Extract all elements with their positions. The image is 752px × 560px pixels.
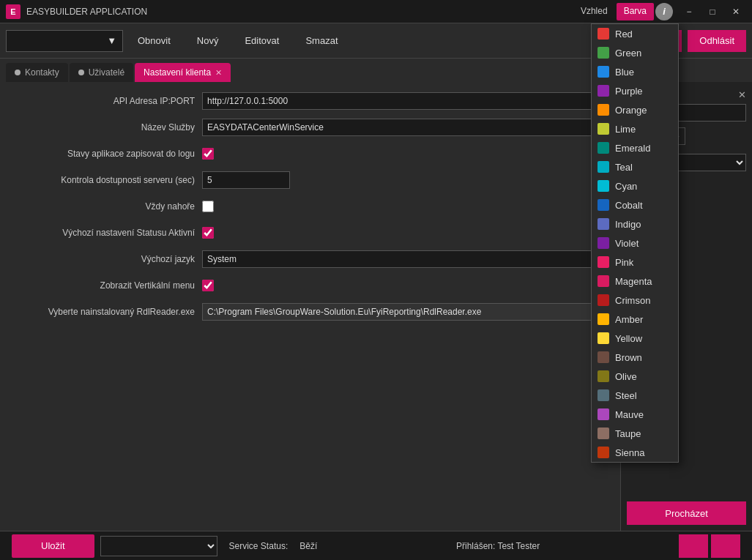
save-button[interactable]: Uložit	[12, 534, 94, 558]
color-swatch-olive	[597, 370, 609, 382]
color-swatch-orange	[597, 104, 609, 116]
color-swatch-blue	[597, 66, 609, 78]
color-item-orange[interactable]: Orange	[592, 100, 678, 119]
browse-button[interactable]: Procházet	[627, 501, 746, 525]
color-item-purple[interactable]: Purple	[592, 81, 678, 100]
label-service: Název Služby	[12, 122, 202, 132]
color-item-green[interactable]: Green	[592, 43, 678, 62]
color-swatch-violet	[597, 237, 609, 249]
tab-users[interactable]: Uživatelé	[70, 63, 133, 82]
delete-button[interactable]: Smazat	[294, 30, 349, 52]
bottom-btn-2[interactable]	[711, 534, 740, 558]
tab-settings[interactable]: Nastavení klienta ✕	[135, 63, 231, 82]
bottom-btn-1[interactable]	[679, 534, 708, 558]
color-swatch-mauve	[597, 408, 609, 420]
label-vert: Zobrazit Vertikální menu	[12, 280, 202, 291]
checkbox-vert[interactable]	[202, 280, 214, 291]
color-label-taupe: Taupe	[615, 428, 641, 439]
close-button[interactable]: ✕	[726, 4, 746, 19]
color-swatch-purple	[597, 85, 609, 97]
label-top: Vždy nahoře	[12, 201, 202, 212]
tab-settings-close[interactable]: ✕	[215, 68, 222, 78]
checkbox-status[interactable]	[202, 227, 214, 239]
form-area: API Adresa IP:PORT Název Služby Stavy ap…	[0, 82, 620, 531]
color-item-pink[interactable]: Pink	[592, 253, 678, 272]
color-item-cobalt[interactable]: Cobalt	[592, 195, 678, 214]
tab-dot-contacts	[15, 70, 21, 75]
label-lang: Výchozí jazyk	[12, 254, 202, 264]
tab-dot-users	[78, 70, 84, 75]
menu-barva[interactable]: Barva	[617, 3, 654, 20]
checkbox-log[interactable]	[202, 148, 214, 160]
refresh-button[interactable]: Obnovit	[126, 30, 182, 52]
color-menu: RedGreenBluePurpleOrangeLimeEmeraldTealC…	[591, 23, 679, 463]
color-item-amber[interactable]: Amber	[592, 310, 678, 329]
color-item-blue[interactable]: Blue	[592, 62, 678, 81]
color-item-lime[interactable]: Lime	[592, 119, 678, 138]
label-api: API Adresa IP:PORT	[12, 96, 202, 106]
toolbar-dropdown[interactable]: ▼	[6, 30, 123, 52]
color-item-crimson[interactable]: Crimson	[592, 291, 678, 310]
tab-contacts[interactable]: Kontakty	[6, 63, 68, 82]
minimize-button[interactable]: −	[679, 4, 699, 19]
color-item-indigo[interactable]: Indigo	[592, 214, 678, 234]
input-lang[interactable]	[202, 250, 608, 268]
color-label-olive: Olive	[615, 371, 637, 382]
input-api[interactable]	[202, 92, 608, 110]
color-label-violet: Violet	[615, 238, 639, 249]
form-row-log: Stavy aplikace zapisovat do logu	[12, 143, 608, 164]
color-swatch-cyan	[597, 180, 609, 192]
color-item-sienna[interactable]: Sienna	[592, 443, 678, 462]
color-item-yellow[interactable]: Yellow	[592, 329, 678, 348]
color-item-taupe[interactable]: Taupe	[592, 424, 678, 443]
color-label-brown: Brown	[615, 352, 642, 363]
dropdown-arrow: ▼	[107, 35, 116, 46]
input-rdl[interactable]	[202, 303, 608, 321]
checkbox-top[interactable]	[202, 201, 214, 212]
color-item-emerald[interactable]: Emerald	[592, 138, 678, 157]
color-swatch-magenta	[597, 275, 609, 287]
maximize-button[interactable]: □	[702, 4, 723, 19]
menu-vzhled[interactable]: Vzhled	[573, 3, 615, 20]
input-service[interactable]	[202, 119, 608, 136]
form-row-vert: Zobrazit Vertikální menu	[12, 275, 608, 296]
color-item-red[interactable]: Red	[592, 24, 678, 43]
edit-button[interactable]: Editovat	[233, 30, 291, 52]
color-item-steel[interactable]: Steel	[592, 386, 678, 405]
color-item-violet[interactable]: Violet	[592, 234, 678, 253]
info-icon[interactable]: i	[655, 3, 673, 20]
logout-button[interactable]: Odhlásit	[688, 30, 746, 52]
input-check[interactable]	[202, 171, 290, 189]
logged-in-text: Přihlášen: Test Tester	[456, 541, 540, 551]
right-panel-close-button[interactable]: ✕	[738, 89, 746, 100]
color-item-mauve[interactable]: Mauve	[592, 405, 678, 424]
bottom-dropdown[interactable]	[100, 536, 217, 556]
color-swatch-brown	[597, 351, 609, 363]
color-swatch-teal	[597, 161, 609, 173]
color-item-brown[interactable]: Brown	[592, 348, 678, 367]
color-swatch-yellow	[597, 332, 609, 344]
color-item-teal[interactable]: Teal	[592, 157, 678, 176]
color-label-cyan: Cyan	[615, 181, 637, 192]
form-row-status: Výchozí nastavení Statusu Aktivní	[12, 223, 608, 243]
tab-settings-label: Nastavení klienta	[144, 67, 211, 78]
menu-items: Vzhled Barva i	[573, 3, 673, 20]
color-label-pink: Pink	[615, 257, 633, 268]
color-label-yellow: Yellow	[615, 333, 642, 344]
color-item-olive[interactable]: Olive	[592, 367, 678, 386]
color-item-cyan[interactable]: Cyan	[592, 176, 678, 195]
form-row-lang: Výchozí jazyk	[12, 249, 608, 269]
app-title: EASYBUILDER APPLICATION	[26, 7, 573, 17]
tab-contacts-label: Kontakty	[25, 67, 59, 78]
new-button[interactable]: Nový	[185, 30, 231, 52]
form-row-service: Název Služby	[12, 117, 608, 138]
app-icon: E	[6, 4, 21, 19]
color-label-cobalt: Cobalt	[615, 200, 643, 211]
color-label-green: Green	[615, 48, 641, 59]
color-label-magenta: Magenta	[615, 276, 652, 287]
bottom-right-buttons	[679, 534, 740, 558]
color-swatch-amber	[597, 313, 609, 325]
label-status: Výchozí nastavení Statusu Aktivní	[12, 228, 202, 238]
color-swatch-emerald	[597, 142, 609, 154]
color-item-magenta[interactable]: Magenta	[592, 272, 678, 291]
